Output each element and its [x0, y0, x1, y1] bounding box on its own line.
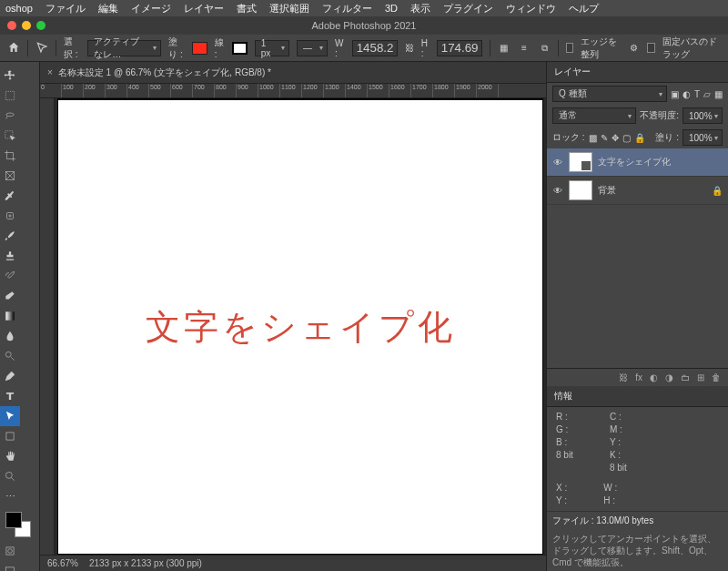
select-layer-dropdown[interactable]: アクティブなレ… [87, 40, 161, 56]
healing-tool[interactable] [0, 206, 20, 226]
filter-type-icon[interactable]: T [694, 89, 700, 99]
color-swatches[interactable] [0, 510, 39, 541]
move-tool[interactable] [0, 66, 20, 86]
stroke-width-field[interactable]: 1 px [255, 40, 289, 56]
ruler-vertical[interactable] [40, 98, 55, 555]
stroke-style-dropdown[interactable]: — [297, 40, 328, 56]
document-tab[interactable]: 名称未設定 1 @ 66.7% (文字をシェイプ化, RGB/8) * [58, 66, 271, 79]
home-icon[interactable] [7, 39, 20, 57]
ruler-horizontal[interactable]: 0100200300400500600700800900100011001200… [40, 84, 546, 98]
frame-tool[interactable] [0, 166, 20, 186]
arrange-icon[interactable]: ⧉ [538, 39, 551, 57]
lock-pixels-icon[interactable]: ✎ [601, 133, 608, 143]
close-tab-button[interactable]: × [47, 67, 53, 77]
path-ops-icon[interactable]: ▦ [497, 39, 510, 57]
filter-shape-icon[interactable]: ▱ [703, 89, 711, 99]
history-brush-tool[interactable] [0, 266, 20, 286]
fill-opacity-field[interactable]: 100% [682, 129, 723, 146]
document-canvas[interactable]: 文字をシェイプ化 [58, 98, 542, 554]
direct-selection-tool-icon[interactable] [35, 39, 48, 57]
stroke-color-swatch[interactable] [232, 42, 248, 55]
menu-select[interactable]: 選択範囲 [269, 2, 309, 15]
constrain-path-drag-checkbox[interactable] [647, 43, 654, 53]
lock-transparency-icon[interactable]: ▩ [589, 133, 597, 143]
zoom-value[interactable]: 66.67% [47, 558, 78, 568]
layer-thumbnail[interactable] [569, 180, 592, 200]
menu-app[interactable]: oshop [5, 3, 33, 14]
close-window-button[interactable] [7, 21, 16, 30]
layer-thumbnail[interactable] [569, 152, 592, 172]
layer-filter-dropdown[interactable]: Q 種類 [552, 86, 667, 102]
layers-panel-title[interactable]: レイヤー [547, 62, 728, 83]
screen-mode-button[interactable] [0, 561, 20, 571]
fill-color-swatch[interactable] [192, 42, 207, 55]
lock-all-icon[interactable]: 🔒 [634, 133, 645, 143]
canvas-viewport[interactable]: 文字をシェイプ化 [55, 98, 546, 555]
group-icon[interactable]: 🗀 [681, 372, 690, 382]
object-select-tool[interactable] [0, 126, 20, 146]
menu-file[interactable]: ファイル [46, 2, 86, 15]
menu-edit[interactable]: 編集 [98, 2, 118, 15]
rectangle-tool[interactable] [0, 426, 20, 446]
opacity-field[interactable]: 100% [682, 107, 723, 124]
hand-tool[interactable] [0, 446, 20, 466]
layer-row-background[interactable]: 👁 背景 🔒 [547, 177, 728, 205]
adjustment-icon[interactable]: ◑ [665, 372, 673, 382]
delete-layer-icon[interactable]: 🗑 [712, 372, 721, 382]
menu-filter[interactable]: フィルター [322, 2, 372, 15]
blur-tool[interactable] [0, 326, 20, 346]
link-wh-icon[interactable]: ⛓ [405, 43, 414, 53]
crop-tool[interactable] [0, 146, 20, 166]
filter-pixel-icon[interactable]: ▣ [671, 89, 679, 99]
layer-name[interactable]: 背景 [598, 184, 616, 197]
visibility-toggle-icon[interactable]: 👁 [552, 186, 563, 196]
blend-mode-dropdown[interactable]: 通常 [552, 107, 636, 124]
path-selection-tool[interactable] [0, 406, 20, 426]
menu-3d[interactable]: 3D [385, 3, 398, 14]
menu-window[interactable]: ウィンドウ [506, 2, 556, 15]
zoom-window-button[interactable] [36, 21, 46, 30]
menu-help[interactable]: ヘルプ [569, 2, 599, 15]
new-layer-icon[interactable]: ⊞ [697, 372, 704, 382]
foreground-color-swatch[interactable] [5, 512, 22, 528]
menu-image[interactable]: イメージ [131, 2, 171, 15]
filter-adjust-icon[interactable]: ◐ [682, 89, 691, 99]
eraser-tool[interactable] [0, 286, 20, 306]
lasso-tool[interactable] [0, 106, 20, 126]
svg-rect-6 [6, 433, 14, 440]
fx-icon[interactable]: fx [635, 372, 642, 382]
layer-name[interactable]: 文字をシェイプ化 [598, 156, 671, 168]
lock-artboard-icon[interactable]: ▢ [622, 133, 631, 143]
menu-layer[interactable]: レイヤー [184, 2, 224, 15]
gear-icon[interactable]: ⚙ [627, 39, 640, 57]
shape-height-field[interactable] [437, 40, 482, 56]
type-tool[interactable] [0, 386, 20, 406]
align-edges-checkbox[interactable] [566, 43, 573, 53]
shape-text[interactable]: 文字をシェイプ化 [146, 304, 456, 351]
marquee-tool[interactable] [0, 86, 20, 106]
filter-smart-icon[interactable]: ▦ [714, 89, 723, 99]
visibility-toggle-icon[interactable]: 👁 [552, 158, 563, 168]
menu-plugins[interactable]: プラグイン [443, 2, 493, 15]
info-panel-title[interactable]: 情報 [547, 386, 728, 407]
stamp-tool[interactable] [0, 246, 20, 266]
dodge-tool[interactable] [0, 346, 20, 366]
mask-icon[interactable]: ◐ [650, 372, 658, 382]
edit-toolbar-button[interactable]: ⋯ [0, 486, 20, 506]
zoom-tool[interactable] [0, 466, 20, 486]
shape-width-field[interactable] [352, 40, 398, 56]
menu-type[interactable]: 書式 [237, 2, 257, 15]
gradient-tool[interactable] [0, 306, 20, 326]
info-b: B : [556, 436, 573, 449]
align-icon[interactable]: ≡ [518, 39, 531, 57]
quick-mask-button[interactable] [0, 541, 20, 561]
menu-view[interactable]: 表示 [410, 2, 430, 15]
pen-tool[interactable] [0, 366, 20, 386]
minimize-window-button[interactable] [22, 21, 31, 30]
layer-row-shape[interactable]: 👁 文字をシェイプ化 [547, 148, 728, 177]
link-layers-icon[interactable]: ⛓ [619, 372, 628, 382]
eyedropper-tool[interactable] [0, 186, 20, 206]
doc-dimensions[interactable]: 2133 px x 2133 px (300 ppi) [89, 558, 202, 568]
lock-position-icon[interactable]: ✥ [612, 133, 619, 143]
brush-tool[interactable] [0, 226, 20, 246]
